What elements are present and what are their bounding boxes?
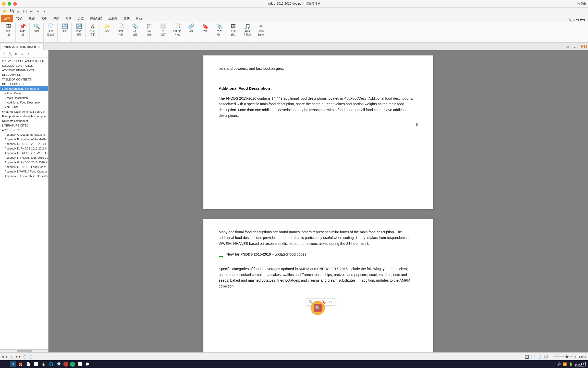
sidebar-item-food-code[interactable]: ▸ Food Code — [0, 91, 48, 96]
scan-tool[interactable]: 📎 从扫描摄 — [130, 23, 140, 37]
taskbar-app-fox[interactable]: 🦊 — [17, 361, 23, 367]
sidebar-item-nfs-ns[interactable]: ▸ NFS, NS — [0, 105, 48, 109]
taskbar-app-linux[interactable]: 🐧 — [40, 361, 46, 367]
maximize-button[interactable] — [8, 2, 11, 6]
page-layout-tool[interactable]: 📄 页面应选项 — [46, 23, 56, 37]
sidebar-font-small-icon[interactable]: A — [26, 51, 31, 56]
prev-page-button[interactable]: ‹ — [6, 355, 7, 359]
sidebar-item-appendix-h[interactable]: Appendix H. FNDDS Food Code: C — [0, 165, 48, 169]
popup-search-icon[interactable]: 🔍 — [314, 304, 322, 312]
sidebar-item-intro[interactable]: INTRODUCTION — [0, 82, 48, 86]
paste-page-button[interactable]: 📄 — [29, 355, 33, 359]
next-page-button[interactable]: › — [16, 355, 17, 359]
tab-special[interactable]: 特色功能 — [87, 15, 105, 22]
tab-share[interactable]: 共享 — [62, 15, 75, 22]
zoom-out-button[interactable]: − — [550, 355, 552, 359]
pdf-package-tool[interactable]: 📑 PDF文件包 — [172, 23, 182, 37]
taskbar-battery-icon[interactable]: 🔋 — [569, 362, 573, 366]
redo-button[interactable]: ↪ — [35, 8, 41, 14]
taskbar-volume-icon[interactable]: 🔊 — [557, 362, 561, 366]
taskbar-app-red[interactable] — [63, 362, 68, 367]
tab-form[interactable]: 表单 — [38, 15, 50, 22]
save-button[interactable]: 💾 — [9, 8, 14, 14]
taskbar-wifi-icon[interactable]: 📶 — [563, 362, 567, 366]
sidebar-item-food-desc[interactable]: Food descriptions component — [0, 86, 48, 91]
sidebar-item-nutrients[interactable]: Nutrients component — [0, 119, 48, 123]
sidebar-menu-icon[interactable]: ☰ — [2, 51, 7, 56]
sidebar-item-appendix-c[interactable]: Appendix C. FNDDS 2015-2016 F — [0, 142, 48, 146]
tab-present[interactable]: 放映 — [120, 15, 133, 22]
tab-help[interactable]: 帮助 — [133, 15, 145, 22]
sidebar-item-wweia[interactable]: What We Eat in America Food Cal — [0, 109, 48, 114]
open-button[interactable]: 📁 — [2, 8, 8, 14]
taskbar-app-chat[interactable]: 💬 — [84, 361, 90, 367]
sidebar-item-appendix-a[interactable]: Appendix A. List of Abbreviations — [0, 132, 48, 137]
sidebar-item-main-description[interactable]: ▸ Main Description — [0, 96, 48, 100]
media-tool[interactable]: 🎵 音频& 视频 — [242, 23, 252, 37]
view-icon-4[interactable]: 📰 — [544, 355, 548, 359]
zoom-tool[interactable]: 🔍 缩放 — [32, 23, 42, 33]
image-tool[interactable]: 🖼 图像标注 — [228, 23, 238, 37]
tab-cloud[interactable]: 云服务 — [105, 15, 120, 22]
sidebar-item-acknowledgements[interactable]: ACKNOWLEDGEMENTS — [0, 68, 48, 73]
first-page-button[interactable]: « — [2, 355, 4, 359]
tab-annotation[interactable]: 注释 — [1, 15, 13, 22]
sidebar-item-appendices[interactable]: APPENDICES — [0, 128, 48, 132]
sidebar-item-appendix-e[interactable]: Appendix E. FNDDS 2015-2016 Fi — [0, 151, 48, 155]
popup-frame-button[interactable]: □ — [328, 299, 333, 305]
taskbar-app-chart[interactable]: 📊 — [77, 361, 83, 367]
tab-view[interactable]: 视图 — [26, 15, 38, 22]
sidebar-item-appendix-g[interactable]: Appendix G. FNDDS 2015-2016 A — [0, 160, 48, 165]
sidebar-search-icon[interactable]: 🔍 — [8, 51, 13, 56]
sign-tool[interactable]: ✏ 填写&签名 — [256, 23, 266, 37]
sidebar-item-portions[interactable]: Food portions and weights compon — [0, 114, 48, 119]
bookmark-tool[interactable]: 🔖 书签 — [200, 23, 210, 33]
print-button[interactable]: 🖨 — [15, 8, 21, 14]
dropdown-button[interactable]: ▾ — [42, 8, 47, 14]
clipboard-button[interactable]: 📋 — [22, 8, 28, 14]
reflow-tool[interactable]: 🔄 重排 — [60, 23, 70, 33]
sidebar-grid-icon[interactable]: ⊞ — [14, 51, 19, 56]
clipboard-tool[interactable]: 📌 粘帖板 — [18, 23, 28, 37]
sidebar-item-appendix-j[interactable]: Appendix J. List of SR 28 Derivativ — [0, 174, 48, 178]
tab-close-button[interactable]: ✕ — [37, 45, 41, 49]
highlight-tool[interactable]: ✨ 高亮 — [102, 23, 112, 33]
zoom-in-button[interactable]: + — [575, 355, 577, 359]
scrollbar-thumb[interactable] — [17, 350, 32, 352]
search-input-small[interactable]: 🔍 SRNutVal — [568, 18, 585, 22]
copy-page-button[interactable]: 📋 — [23, 355, 27, 359]
screenshot-tool[interactable]: 🖼 截图板 — [4, 23, 14, 37]
view-icon-3[interactable]: 📑 — [537, 355, 542, 359]
sidebar-item-cover[interactable]: 2015-2016 FOOD AND NUTRIENT DA — [0, 59, 48, 63]
blank-page-tool[interactable]: ⬜ 空白页 — [158, 23, 168, 37]
sidebar-item-literature[interactable]: LITERATURE CITED — [0, 123, 48, 128]
sidebar-item-appendix-f[interactable]: Appendix F. FNDDS 2015-2016 Co — [0, 155, 48, 160]
page-input[interactable]: 4 — [9, 355, 14, 359]
sidebar-item-appendix-i[interactable]: Appendix I. WWEIA Food Categor — [0, 169, 48, 174]
grid-view-button[interactable]: ⊞ — [564, 44, 570, 50]
tab-protect[interactable]: 保护 — [50, 15, 62, 22]
from-clipboard-tool[interactable]: 📋 从剪贴板 — [144, 23, 154, 37]
sidebar-item-toc[interactable]: TABLE OF CONTENTS — [0, 77, 48, 82]
taskbar-app-browser[interactable]: 🌐 — [48, 361, 54, 367]
taskbar-app-green[interactable] — [70, 362, 75, 367]
sidebar-scrollbar[interactable] — [0, 349, 48, 352]
view-icon-1[interactable]: 🔲 — [524, 355, 529, 359]
login-status[interactable]: 未登录 — [578, 2, 586, 6]
taskbar-app-gem[interactable]: 💎 — [56, 361, 62, 367]
file-convert-tool[interactable]: 📄 文件转换 — [116, 23, 126, 37]
typewriter-tool[interactable]: 🖨 打印字机 — [88, 23, 98, 37]
sidebar-item-appendix-b[interactable]: Appendix B. Number of Foods/Be — [0, 137, 48, 142]
close-button[interactable] — [13, 2, 17, 6]
sidebar-font-large-icon[interactable]: A — [20, 51, 25, 56]
taskbar-app-s[interactable]: S — [10, 361, 16, 367]
rotate-tool[interactable]: 🔃 旋转视图 — [74, 23, 84, 37]
tab-convert[interactable]: 转换 — [13, 15, 26, 22]
zoom-slider[interactable] — [553, 356, 574, 357]
undo-button[interactable]: ↩ — [29, 8, 34, 14]
sidebar-item-citation[interactable]: SUGGESTED CITATION — [0, 63, 48, 68]
last-page-button[interactable]: » — [19, 355, 21, 359]
view-icon-2[interactable]: 📄 — [531, 355, 535, 359]
document-tab[interactable]: fndds_2015-2016-doc.pdf ✕ — [1, 44, 44, 50]
sidebar-item-appendix-d[interactable]: Appendix D. FNDDS 2015-2016 N — [0, 146, 48, 151]
